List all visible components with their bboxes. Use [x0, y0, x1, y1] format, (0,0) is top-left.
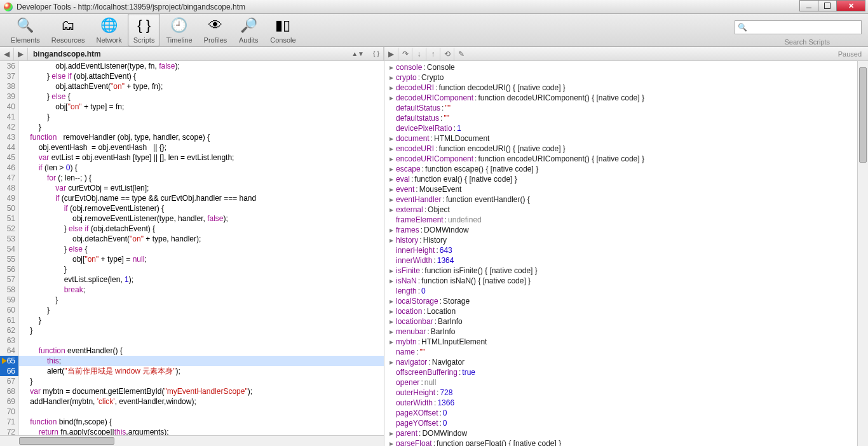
- code-line[interactable]: 68 var mybtn = document.getElementById("…: [0, 386, 384, 396]
- nav-back-button[interactable]: ◀: [0, 48, 14, 60]
- disclosure-triangle-icon[interactable]: ▸: [387, 337, 396, 347]
- disclosure-triangle-icon[interactable]: ▸: [387, 133, 396, 144]
- line-number[interactable]: 52: [0, 224, 19, 234]
- disclosure-triangle-icon[interactable]: ▸: [387, 184, 396, 194]
- code-line[interactable]: 57 evtList.splice(len, 1);: [0, 274, 384, 285]
- disclosure-triangle-icon[interactable]: ▸: [387, 62, 396, 72]
- disclosure-triangle-icon[interactable]: ▸: [387, 154, 396, 164]
- disclosure-triangle-icon[interactable]: ▸: [387, 164, 396, 174]
- scope-variables-panel[interactable]: ▸console: Console▸crypto: Crypto▸decodeU…: [384, 61, 868, 446]
- scope-property[interactable]: ▸isFinite: function isFinite() { [native…: [387, 266, 865, 276]
- scope-property[interactable]: ▸parseFloat: function parseFloat() { [na…: [387, 438, 865, 446]
- disclosure-triangle-icon[interactable]: ▸: [387, 174, 396, 184]
- scope-property[interactable]: ▸escape: function escape() { [native cod…: [387, 164, 865, 174]
- line-number[interactable]: 43: [0, 132, 19, 142]
- code-line[interactable]: 66 alert("当前作用域是 window 元素本身");: [0, 366, 384, 376]
- line-number[interactable]: 51: [0, 213, 19, 224]
- disclosure-triangle-icon[interactable]: ▸: [387, 144, 396, 154]
- line-number[interactable]: 61: [0, 315, 19, 325]
- tab-elements[interactable]: 🔍Elements: [5, 13, 46, 46]
- source-editor[interactable]: 36 obj.addEventListener(type, fn, false)…: [0, 61, 384, 435]
- tab-timeline[interactable]: 🕘Timeline: [160, 13, 198, 46]
- line-number[interactable]: 70: [0, 407, 19, 417]
- scope-property[interactable]: ▸crypto: Crypto: [387, 72, 865, 83]
- code-line[interactable]: 37 } else if (obj.attachEvent) {: [0, 71, 384, 81]
- line-number[interactable]: 48: [0, 183, 19, 193]
- code-line[interactable]: 63: [0, 335, 384, 346]
- scope-property[interactable]: ▸document: HTMLDocument: [387, 133, 865, 144]
- line-number[interactable]: 54: [0, 244, 19, 254]
- scope-property[interactable]: ▸decodeURIComponent: function decodeURIC…: [387, 93, 865, 103]
- scope-property[interactable]: defaultstatus: "": [387, 113, 865, 123]
- scope-property[interactable]: ▸encodeURI: function encodeURI() { [nati…: [387, 144, 865, 154]
- code-line[interactable]: 67 }: [0, 376, 384, 386]
- code-line[interactable]: 49 if (curEvtObj.name == type && curEvtO…: [0, 193, 384, 203]
- scope-property[interactable]: name: "": [387, 347, 865, 357]
- line-number[interactable]: 38: [0, 81, 19, 91]
- scope-property[interactable]: ▸isNaN: function isNaN() { [native code]…: [387, 276, 865, 286]
- scope-property[interactable]: ▸eventHandler: function eventHandler() {: [387, 194, 865, 205]
- scope-property[interactable]: ▸locationbar: BarInfo: [387, 316, 865, 327]
- disclosure-triangle-icon[interactable]: ▸: [387, 438, 396, 446]
- scope-property[interactable]: opener: null: [387, 377, 865, 388]
- scope-property[interactable]: ▸parent: DOMWindow: [387, 428, 865, 438]
- line-number[interactable]: 50: [0, 203, 19, 213]
- line-number[interactable]: 59: [0, 295, 19, 305]
- tab-resources[interactable]: 🗂Resources: [46, 13, 91, 46]
- line-number[interactable]: 68: [0, 386, 19, 396]
- line-number[interactable]: 62: [0, 325, 19, 335]
- search-box[interactable]: 🔍: [735, 20, 862, 34]
- horizontal-scrollbar[interactable]: [0, 435, 384, 446]
- code-line[interactable]: 64 function eventHandler() {: [0, 346, 384, 356]
- line-number[interactable]: 47: [0, 173, 19, 183]
- code-line[interactable]: 61 }: [0, 315, 384, 325]
- line-number[interactable]: 64: [0, 346, 19, 356]
- line-number[interactable]: 49: [0, 193, 19, 203]
- code-line[interactable]: 50 if (obj.removeEventListener) {: [0, 203, 384, 213]
- code-line[interactable]: 51 obj.removeEventListener(type, handler…: [0, 213, 384, 224]
- disclosure-triangle-icon[interactable]: ▸: [387, 83, 396, 93]
- pretty-print-button[interactable]: { }: [369, 48, 383, 60]
- deactivate-breakpoints-button[interactable]: ⟲: [440, 48, 454, 60]
- disclosure-triangle-icon[interactable]: ▸: [387, 235, 396, 245]
- code-line[interactable]: 62 }: [0, 325, 384, 335]
- code-line[interactable]: 56 }: [0, 264, 384, 274]
- step-over-button[interactable]: ↷: [398, 48, 412, 60]
- line-number[interactable]: 65: [0, 356, 19, 366]
- code-line[interactable]: 41 }: [0, 112, 384, 122]
- line-number[interactable]: 63: [0, 335, 19, 346]
- scope-property[interactable]: ▸console: Console: [387, 62, 865, 72]
- line-number[interactable]: 36: [0, 61, 19, 71]
- code-line[interactable]: 69 addHandler(mybtn, 'click', eventHandl…: [0, 396, 384, 407]
- line-number[interactable]: 66: [0, 366, 19, 376]
- window-maximize-button[interactable]: [818, 0, 837, 11]
- disclosure-triangle-icon[interactable]: ▸: [387, 276, 396, 286]
- scope-property[interactable]: ▸frames: DOMWindow: [387, 225, 865, 235]
- line-number[interactable]: 67: [0, 376, 19, 386]
- code-line[interactable]: 46 if (len > 0) {: [0, 163, 384, 173]
- disclosure-triangle-icon[interactable]: ▸: [387, 72, 396, 83]
- code-line[interactable]: 65 this;: [0, 356, 384, 366]
- code-line[interactable]: 45 var evtList = obj.eventHash [type] ||…: [0, 152, 384, 163]
- line-number[interactable]: 41: [0, 112, 19, 122]
- line-number[interactable]: 46: [0, 163, 19, 173]
- line-number[interactable]: 44: [0, 142, 19, 152]
- disclosure-triangle-icon[interactable]: ▸: [387, 93, 396, 103]
- code-line[interactable]: 58 break;: [0, 285, 384, 295]
- line-number[interactable]: 39: [0, 91, 19, 102]
- line-number[interactable]: 60: [0, 305, 19, 315]
- window-minimize-button[interactable]: [799, 0, 818, 11]
- line-number[interactable]: 72: [0, 427, 19, 435]
- tab-profiles[interactable]: 👁Profiles: [198, 13, 233, 46]
- scope-property[interactable]: offscreenBuffering: true: [387, 367, 865, 377]
- scope-property[interactable]: frameElement: undefined: [387, 215, 865, 225]
- scope-property[interactable]: ▸external: Object: [387, 205, 865, 215]
- disclosure-triangle-icon[interactable]: ▸: [387, 316, 396, 327]
- code-line[interactable]: 72 return fn.apply(scope||this,arguments…: [0, 427, 384, 435]
- disclosure-triangle-icon[interactable]: ▸: [387, 296, 396, 306]
- disclosure-triangle-icon[interactable]: ▸: [387, 327, 396, 337]
- search-input[interactable]: [749, 24, 857, 31]
- scope-property[interactable]: ▸menubar: BarInfo: [387, 327, 865, 337]
- disclosure-triangle-icon[interactable]: ▸: [387, 306, 396, 316]
- line-number[interactable]: 58: [0, 285, 19, 295]
